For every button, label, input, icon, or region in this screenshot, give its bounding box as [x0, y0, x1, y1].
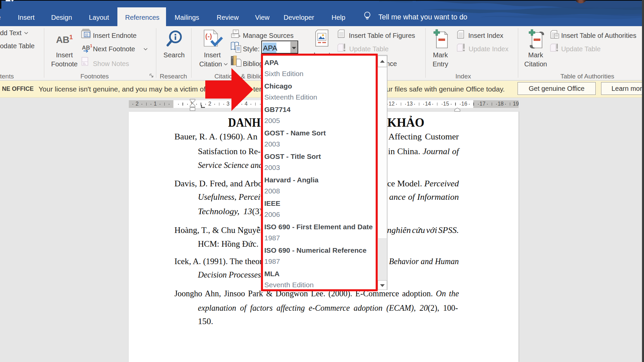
svg-text:[i]: [i]	[85, 33, 88, 37]
svg-text:(-): (-)	[205, 33, 212, 40]
